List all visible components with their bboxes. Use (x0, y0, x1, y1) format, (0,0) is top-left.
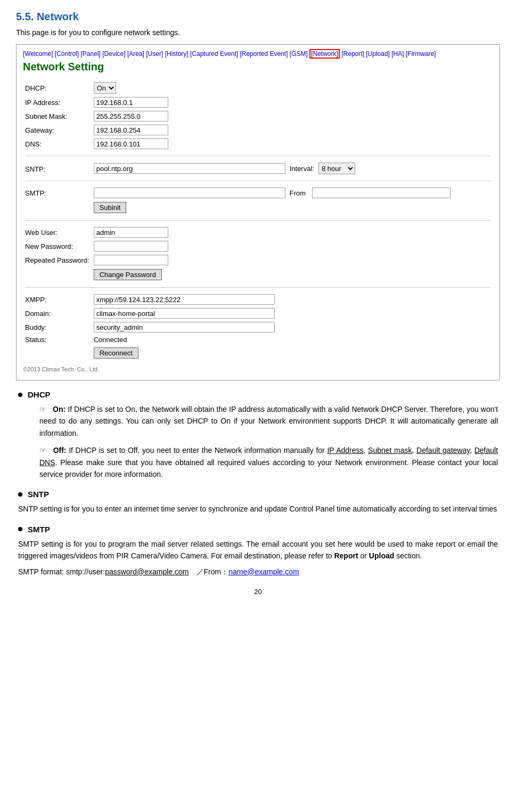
nav-ha[interactable]: [HA] (391, 50, 404, 58)
smtp-format-email: password@example.com (105, 567, 189, 576)
submit-button[interactable]: Subinit (94, 202, 127, 213)
dhcp-select[interactable]: On Off (94, 82, 116, 94)
smtp-format: SMTP format: smtp://user:password@exampl… (18, 567, 498, 577)
dhcp-off-label: Off: (53, 446, 67, 454)
buddy-input[interactable] (94, 322, 275, 332)
dhcp-header-text: DHCP (28, 390, 51, 399)
network-form: DHCP: On Off IP Address: Subnet Mask: G (23, 80, 493, 361)
dhcp-on-item: ☞ On: If DHCP is set to On, the Network … (39, 403, 498, 439)
nav-bar: [Welcome] [Control] [Panel] [Device] [Ar… (23, 50, 493, 58)
nav-captured[interactable]: [Captured Event] (190, 50, 238, 58)
nav-report[interactable]: [Report] (341, 50, 364, 58)
webuser-label: Web User: (23, 225, 92, 239)
dns-input[interactable] (94, 139, 168, 149)
nav-reported[interactable]: [Reported Event] (240, 50, 288, 58)
intro-text: This page is for you to configure networ… (16, 28, 500, 37)
reppwd-label: Repeated Password: (23, 253, 92, 267)
sntp-input[interactable] (94, 163, 285, 174)
smtp-format-to: name@example.com (228, 567, 299, 576)
change-password-button[interactable]: Change Password (94, 269, 162, 280)
nav-history[interactable]: [History] (165, 50, 189, 58)
newpwd-label: New Password: (23, 239, 92, 253)
webuser-input[interactable] (94, 227, 168, 238)
nav-firmware[interactable]: [Firmware] (406, 50, 436, 58)
smtp-label: SMTP: (23, 186, 92, 200)
buddy-label: Buddy: (23, 320, 92, 334)
gateway-input[interactable] (94, 125, 168, 135)
panel-footer: ©2013 Climax Tech. Co., Ltd. (23, 366, 493, 372)
xmpp-input[interactable] (94, 294, 275, 305)
smtp-format-middle: ／From： (189, 567, 229, 576)
smtp-section-header: SMTP (18, 525, 498, 534)
page-title: 5.5. Network (16, 11, 500, 23)
smtp-bullet (18, 527, 22, 531)
reconnect-button[interactable]: Reconnect (94, 347, 138, 359)
nav-welcome[interactable]: [Welcome] (23, 50, 53, 58)
ip-input[interactable] (94, 97, 168, 108)
subnet-input[interactable] (94, 111, 168, 121)
nav-network[interactable]: [Network] (309, 49, 340, 59)
smtp-input[interactable] (94, 188, 285, 198)
dhcp-label: DHCP: (23, 80, 92, 95)
smtp-from-input[interactable] (312, 188, 451, 198)
xmpp-label: XMPP: (23, 293, 92, 306)
dhcp-section-header: DHCP (18, 390, 498, 399)
smtp-header-text: SMTP (28, 525, 50, 534)
body-content: DHCP ☞ On: If DHCP is set to On, the Net… (16, 390, 500, 577)
page-number: 20 (16, 588, 500, 596)
ip-label: IP Address: (23, 95, 92, 109)
nav-panel[interactable]: [Panel] (81, 50, 101, 58)
network-panel: [Welcome] [Control] [Panel] [Device] [Ar… (16, 44, 500, 380)
gateway-label: Gateway: (23, 123, 92, 137)
dhcp-off-item: ☞ Off: If DHCP is set to Off, you neet t… (39, 444, 498, 480)
domain-input[interactable] (94, 308, 275, 319)
dhcp-bullet (18, 393, 22, 397)
status-value: Connected (92, 334, 493, 345)
nav-gsm[interactable]: [GSM] (290, 50, 308, 58)
status-label: Status: (23, 334, 92, 345)
dhcp-on-text: If DHCP is set to On, the Network will o… (39, 405, 498, 437)
newpwd-input[interactable] (94, 241, 168, 251)
sntp-interval-select[interactable]: 8 hour 1 hour 12 hour 24 hour (318, 163, 355, 174)
dhcp-off-text: If DHCP is set to Off, you neet to enter… (39, 446, 498, 478)
sntp-interval-label: Interval: (290, 165, 314, 173)
subnet-label: Subnet Mask: (23, 109, 92, 123)
dhcp-off-icon: ☞ (39, 446, 46, 454)
sntp-text: SNTP setting is for you to enter an inte… (18, 503, 498, 515)
smtp-format-prefix: SMTP format: smtp://user: (18, 567, 105, 576)
smtp-from-label: From (290, 189, 308, 197)
sntp-label: SNTP: (23, 161, 92, 176)
nav-upload[interactable]: [Upload] (366, 50, 390, 58)
domain-label: Domain: (23, 306, 92, 320)
dns-label: DNS: (23, 137, 92, 151)
reppwd-input[interactable] (94, 255, 168, 265)
smtp-text: SMTP setting is for you to program the m… (18, 538, 498, 562)
nav-control[interactable]: [Control] (55, 50, 79, 58)
nav-device[interactable]: [Device] (102, 50, 125, 58)
panel-title: Network Setting (23, 61, 493, 73)
dhcp-on-label: On: (53, 405, 65, 413)
dhcp-on-icon: ☞ (39, 405, 46, 413)
sntp-section-header: SNTP (18, 490, 498, 499)
nav-area[interactable]: [Area] (127, 50, 144, 58)
sntp-bullet (18, 492, 22, 497)
nav-user[interactable]: [User] (146, 50, 163, 58)
sntp-header-text: SNTP (28, 490, 49, 499)
